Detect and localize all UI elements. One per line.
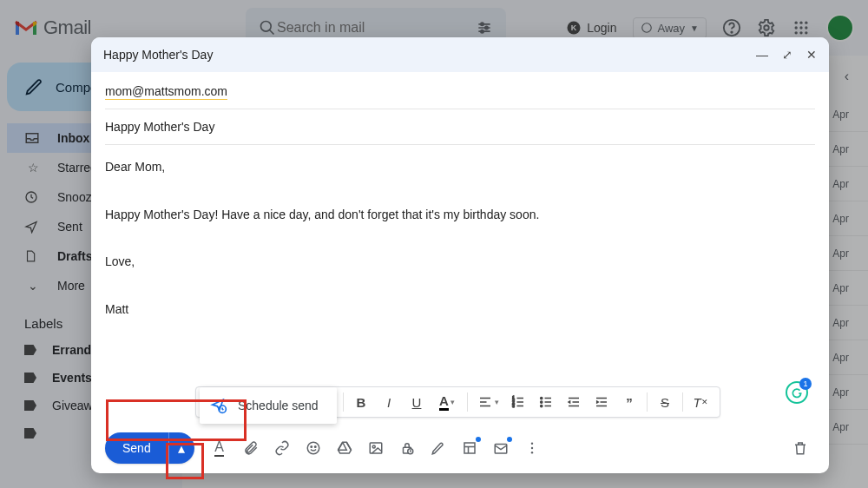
attach-file-icon[interactable]	[236, 433, 266, 463]
svg-point-3	[485, 26, 488, 29]
recipient-chip[interactable]: mom@mattsmom.com	[105, 84, 227, 100]
mail-date: Apr	[832, 386, 849, 399]
underline-icon[interactable]: U	[403, 390, 431, 414]
bold-icon[interactable]: B	[347, 390, 375, 414]
confidential-mode-icon[interactable]	[392, 433, 422, 463]
svg-rect-35	[464, 443, 475, 453]
gmail-logo[interactable]: Gmail	[14, 16, 91, 39]
away-icon	[641, 22, 653, 34]
insert-drive-icon[interactable]	[330, 433, 359, 463]
send-button-group: Send ▴	[105, 432, 194, 464]
svg-point-15	[799, 26, 802, 29]
label-tag-icon	[24, 428, 36, 439]
mail-date: Apr	[832, 213, 849, 225]
svg-point-16	[805, 26, 807, 29]
apps-grid-icon[interactable]	[792, 18, 811, 37]
label-text: Events	[52, 371, 92, 385]
italic-icon[interactable]: I	[375, 390, 403, 414]
subject-row[interactable]: Happy Mother's Day	[105, 109, 815, 145]
send-more-options-button[interactable]: ▴	[168, 432, 194, 464]
insert-photo-icon[interactable]	[361, 433, 391, 463]
svg-point-19	[805, 31, 807, 34]
popout-icon[interactable]: ⤢	[782, 48, 792, 62]
settings-gear-icon[interactable]	[757, 18, 776, 37]
insert-link-icon[interactable]	[267, 433, 297, 463]
chevron-left-icon[interactable]: ‹	[845, 69, 849, 84]
recipients-row[interactable]: mom@mattsmom.com	[105, 76, 815, 109]
star-icon: ☆	[24, 161, 42, 175]
send-icon	[24, 220, 42, 234]
svg-point-9	[731, 31, 732, 32]
svg-line-1	[269, 30, 273, 35]
more-options-icon[interactable]	[517, 433, 547, 463]
svg-point-24	[541, 397, 542, 399]
help-icon[interactable]	[722, 18, 741, 37]
close-icon[interactable]: ✕	[806, 48, 817, 62]
discard-draft-icon[interactable]	[786, 433, 815, 463]
account-avatar[interactable]	[826, 14, 854, 42]
svg-point-14	[795, 26, 798, 29]
mail-date: Apr	[832, 282, 849, 294]
insert-emoji-icon[interactable]	[299, 433, 328, 463]
svg-point-2	[481, 23, 483, 25]
align-menu[interactable]: ▾	[471, 390, 504, 414]
svg-text:K: K	[571, 23, 577, 32]
formatting-toggle-icon[interactable]: A	[205, 433, 234, 463]
svg-point-18	[799, 31, 802, 34]
gmail-logo-icon	[14, 18, 38, 37]
compose-body: mom@mattsmom.com Happy Mother's Day Dear…	[91, 72, 829, 423]
text-color-menu[interactable]: A▾	[431, 390, 464, 414]
mail-date: Apr	[832, 143, 849, 155]
svg-point-30	[314, 446, 316, 448]
clock-icon	[24, 190, 42, 204]
compose-actions: A	[205, 433, 547, 463]
app-name: Gmail	[43, 16, 91, 39]
compose-window: Happy Mother's Day — ⤢ ✕ mom@mattsmom.co…	[91, 37, 829, 473]
svg-point-13	[805, 22, 807, 24]
indent-more-icon[interactable]	[588, 390, 615, 414]
remove-formatting-icon[interactable]: T✕	[687, 390, 714, 414]
insert-signature-icon[interactable]	[424, 433, 453, 463]
nav-label: More	[57, 279, 85, 293]
mail-date: Apr	[832, 109, 849, 121]
svg-point-11	[795, 22, 798, 24]
layout-options-icon[interactable]	[455, 433, 484, 463]
insert-invite-icon[interactable]	[486, 433, 516, 463]
label-tag-icon	[24, 373, 36, 383]
dropdown-caret-icon: ▼	[690, 23, 699, 33]
pencil-icon	[24, 77, 43, 96]
nav-label: Drafts	[57, 249, 92, 263]
status-away[interactable]: Away ▼	[633, 17, 707, 39]
strikethrough-icon[interactable]: S	[651, 390, 679, 414]
send-label: Send	[122, 441, 151, 455]
search-input[interactable]	[277, 20, 475, 36]
label-tag-icon	[24, 400, 36, 411]
indent-less-icon[interactable]	[560, 390, 588, 414]
grammarly-badge[interactable]	[786, 381, 808, 404]
file-icon	[24, 249, 42, 263]
svg-point-25	[541, 401, 542, 403]
email-body-editor[interactable]: Dear Mom, Happy Mother's Day! Have a nic…	[105, 145, 815, 423]
schedule-send-menu-item[interactable]: Schedule send	[200, 387, 337, 424]
minimize-icon[interactable]: —	[756, 48, 768, 62]
mail-date: Apr	[832, 178, 849, 190]
svg-point-38	[531, 447, 533, 449]
away-label: Away	[658, 22, 686, 35]
svg-point-28	[307, 442, 319, 454]
bullet-list-icon[interactable]	[532, 390, 560, 414]
login-chip[interactable]: K Login	[566, 20, 616, 36]
search-options-icon[interactable]	[475, 18, 494, 37]
svg-text:3: 3	[512, 404, 515, 408]
nav-label: Inbox	[57, 131, 89, 145]
svg-point-29	[311, 446, 312, 448]
compose-titlebar[interactable]: Happy Mother's Day — ⤢ ✕	[91, 37, 829, 72]
send-button[interactable]: Send	[105, 432, 168, 464]
search-icon	[258, 18, 277, 37]
compose-title: Happy Mother's Day	[103, 48, 213, 62]
numbered-list-icon[interactable]: 123	[504, 390, 532, 414]
mail-date: Apr	[832, 421, 849, 433]
label-tag-icon	[24, 345, 36, 355]
blockquote-icon[interactable]: ”	[615, 390, 643, 414]
svg-point-32	[372, 445, 375, 448]
nav-label: Sent	[57, 220, 82, 234]
